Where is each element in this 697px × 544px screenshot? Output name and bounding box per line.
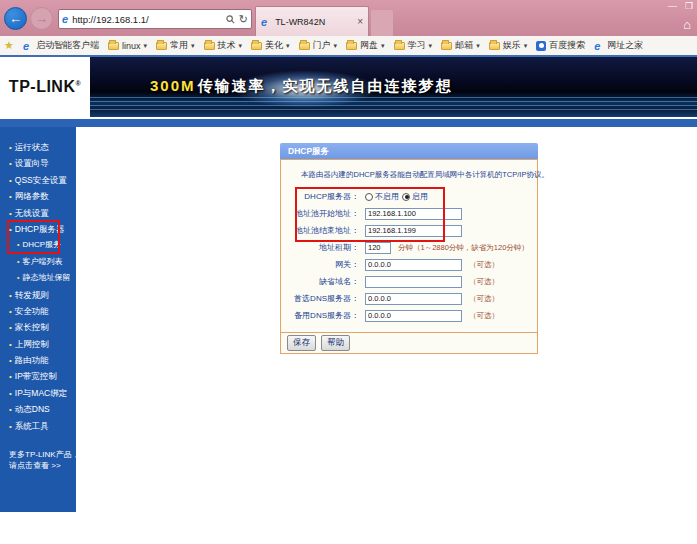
folder-icon [394,42,405,50]
maximize-button[interactable]: ❐ [685,1,693,11]
dns2-input[interactable] [365,310,462,322]
folder-icon [251,42,262,50]
favorites-folder-portal[interactable]: 门户▾ [299,39,338,52]
optional-hint: （可选） [469,277,499,287]
favorites-folder-netdisk[interactable]: 网盘▾ [346,39,385,52]
sidebar-item-network-params[interactable]: 网络参数 [0,188,76,204]
sidebar-item-access-control[interactable]: 上网控制 [0,336,76,352]
favorites-folder-beautify[interactable]: 美化▾ [251,39,290,52]
domain-input[interactable] [365,276,462,288]
browser-titlebar: ← → e http://192.168.1.1/ ↻ e TL-WR842N … [0,0,697,36]
optional-hint: （可选） [469,311,499,321]
sidebar-item-client-list[interactable]: 客户端列表 [0,254,76,270]
home-icon[interactable]: ⌂ [683,17,691,32]
save-button[interactable]: 保存 [287,335,316,351]
dns2-label: 备用DNS服务器： [287,310,359,321]
folder-icon [108,42,119,50]
dhcp-panel: DHCP服务 本路由器内建的DHCP服务器能自动配置局域网中各计算机的TCP/I… [280,143,538,354]
panel-description: 本路由器内建的DHCP服务器能自动配置局域网中各计算机的TCP/IP协议。 [301,170,531,180]
favorites-folder-tech[interactable]: 技术▾ [204,39,243,52]
banner-highlight: 300M [150,77,196,94]
favorites-bar: ★ e启动智能客户端 linux▾ 常用▾ 技术▾ 美化▾ 门户▾ 网盘▾ 学习… [0,36,697,57]
radio-on-icon [402,193,410,201]
favorites-folder-linux[interactable]: linux▾ [108,41,147,51]
sidebar-item-system-tools[interactable]: 系统工具 [0,418,76,434]
banner-image: 300M传输速率，实现无线自由连接梦想 [90,57,697,117]
lease-label: 地址租期： [287,242,359,253]
folder-icon [156,42,167,50]
panel-title: DHCP服务 [280,143,538,159]
pool-start-row: 地址池开始地址： [287,205,531,222]
ie-page-icon: e [23,40,29,52]
pool-end-input[interactable] [365,225,462,237]
help-button[interactable]: 帮助 [321,335,350,351]
sidebar-item-dhcp-service[interactable]: DHCP服务 [0,237,76,253]
sidebar-item-ip-mac-binding[interactable]: IP与MAC绑定 [0,385,76,401]
sidebar-item-routing[interactable]: 路由功能 [0,352,76,368]
ie-page-icon: e [594,40,600,52]
new-tab-button[interactable] [371,10,393,36]
lease-input[interactable] [365,242,391,254]
tab-title: TL-WR842N [275,17,353,27]
sidebar-item-ip-bandwidth-control[interactable]: IP带宽控制 [0,368,76,384]
forward-button[interactable]: → [30,7,53,30]
sidebar-item-static-address-reservation[interactable]: 静态地址保留 [0,270,76,286]
sidebar-item-dynamic-dns[interactable]: 动态DNS [0,401,76,417]
sidebar-item-running-status[interactable]: 运行状态 [0,139,76,155]
page-favicon-icon: e [62,13,68,25]
sidebar-item-security[interactable]: 安全功能 [0,303,76,319]
sidebar-item-forwarding-rules[interactable]: 转发规则 [0,287,76,303]
tab-close-icon[interactable]: × [357,16,363,27]
dns2-row: 备用DNS服务器： （可选） [287,307,531,324]
refresh-icon[interactable]: ↻ [239,13,248,26]
search-icon[interactable] [226,15,235,24]
header-divider-bar [0,117,697,127]
domain-row: 缺省域名： （可选） [287,273,531,290]
pool-end-label: 地址池结束地址： [287,225,359,236]
back-arrow-icon: ← [9,11,22,26]
favorites-star-icon[interactable]: ★ [4,39,14,52]
lease-row: 地址租期： 分钟（1～2880分钟，缺省为120分钟） [287,239,531,256]
tplink-logo: TP-LINK® [0,57,90,117]
sidebar-item-parental-control[interactable]: 家长控制 [0,319,76,335]
favorites-folder-study[interactable]: 学习▾ [394,39,433,52]
address-bar[interactable]: e http://192.168.1.1/ ↻ [58,9,252,29]
favorites-folder-mail[interactable]: 邮箱▾ [441,39,480,52]
favorites-folder-fun[interactable]: 娱乐▾ [489,39,528,52]
dns1-label: 首选DNS服务器： [287,293,359,304]
minimize-button[interactable]: — [668,1,677,11]
favorites-item-baidu[interactable]: 百度搜索 [536,39,585,52]
pool-end-row: 地址池结束地址： [287,222,531,239]
pool-start-input[interactable] [365,208,462,220]
radio-dhcp-enable[interactable]: 启用 [402,191,428,202]
radio-dhcp-disable[interactable]: 不启用 [365,191,399,202]
baidu-icon [536,41,546,51]
more-products-link[interactable]: 请点击查看 >> [9,460,80,471]
url-text[interactable]: http://192.168.1.1/ [72,14,226,25]
favorites-folder-common[interactable]: 常用▾ [156,39,195,52]
gateway-label: 网关： [287,259,359,270]
favorites-item-smart-client[interactable]: e启动智能客户端 [23,39,99,52]
tplink-header: TP-LINK® 300M传输速率，实现无线自由连接梦想 [0,57,697,117]
ie-window: ← → e http://192.168.1.1/ ↻ e TL-WR842N … [0,0,697,544]
folder-icon [204,42,215,50]
pool-start-label: 地址池开始地址： [287,208,359,219]
folder-icon [489,42,500,50]
sidebar-item-qss-security[interactable]: QSS安全设置 [0,172,76,188]
dns1-input[interactable] [365,293,462,305]
more-products-note: 更多TP-LINK产品， 请点击查看 >> [9,449,80,471]
sidebar-item-dhcp-server[interactable]: DHCP服务器 [0,221,76,237]
lease-hint: 分钟（1～2880分钟，缺省为120分钟） [398,243,529,253]
dhcp-server-label: DHCP服务器： [287,191,359,202]
favorites-item-site-home[interactable]: e网址之家 [594,39,643,52]
back-button[interactable]: ← [4,7,27,30]
banner-slogan: 300M传输速率，实现无线自由连接梦想 [150,77,453,96]
dhcp-server-row: DHCP服务器： 不启用 启用 [287,188,531,205]
sidebar-item-wireless-settings[interactable]: 无线设置 [0,205,76,221]
sidebar-item-setup-wizard[interactable]: 设置向导 [0,155,76,171]
tab-favicon-icon: e [261,16,267,28]
folder-icon [441,42,452,50]
tab-tl-wr842n[interactable]: e TL-WR842N × [255,6,369,36]
gateway-input[interactable] [365,259,462,271]
folder-icon [346,42,357,50]
